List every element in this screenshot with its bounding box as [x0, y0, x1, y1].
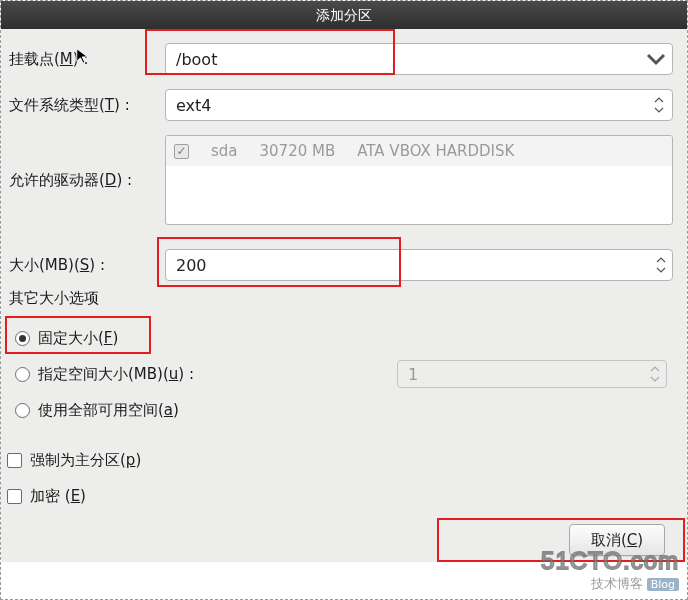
field-mount-point-wrap: /boot	[165, 43, 681, 75]
row-mount-point: 挂载点(M) : /boot	[7, 43, 681, 75]
size-spin[interactable]: 200	[165, 249, 673, 281]
radio-upto-row[interactable]: 指定空间大小(MB)(u) : 1	[15, 356, 675, 392]
upto-value: 1	[408, 365, 644, 384]
chevron-down-icon[interactable]	[646, 49, 666, 69]
mount-point-combo[interactable]: /boot	[165, 43, 673, 75]
row-fs-type: 文件系统类型(T) : ext4	[7, 89, 681, 121]
checkbox-icon[interactable]	[7, 489, 22, 504]
radio-fill-row[interactable]: 使用全部可用空间(a)	[15, 392, 675, 428]
radio-fill-label: 使用全部可用空间(a)	[38, 401, 179, 420]
radio-icon[interactable]	[15, 367, 30, 382]
dialog-content: 挂载点(M) : /boot 文件系统类型(T) : ext4	[1, 29, 687, 562]
mount-point-value: /boot	[176, 50, 646, 69]
radio-fixed-label: 固定大小(F)	[38, 329, 118, 348]
encrypt-label: 加密 (E)	[30, 487, 86, 506]
dialog-buttons: 取消(C)	[7, 514, 681, 556]
group-other-options: 固定大小(F) 指定空间大小(MB)(u) : 1 使用全部可用空间(a)	[7, 314, 681, 434]
drive-size: 30720 MB	[260, 142, 336, 160]
spinner-icon	[648, 365, 662, 384]
window-titlebar: 添加分区	[1, 1, 687, 29]
row-drives: 允许的驱动器(D) : ✓ sda 30720 MB ATA VBOX HARD…	[7, 135, 681, 225]
watermark-line2: 技术博客Blog	[541, 575, 679, 593]
drive-list[interactable]: ✓ sda 30720 MB ATA VBOX HARDDISK	[165, 135, 673, 225]
label-drives: 允许的驱动器(D) :	[7, 171, 165, 190]
checkbox-icon[interactable]	[7, 453, 22, 468]
drive-row[interactable]: ✓ sda 30720 MB ATA VBOX HARDDISK	[166, 136, 672, 166]
spinner-icon[interactable]	[654, 256, 668, 275]
radio-upto-label: 指定空间大小(MB)(u) :	[38, 365, 194, 384]
radio-fixed-row[interactable]: 固定大小(F)	[15, 320, 675, 356]
window-title: 添加分区	[316, 7, 372, 23]
checkbox-icon[interactable]: ✓	[174, 144, 189, 159]
encrypt-row[interactable]: 加密 (E)	[7, 478, 681, 514]
drive-model: ATA VBOX HARDDISK	[357, 142, 514, 160]
radio-icon[interactable]	[15, 331, 30, 346]
field-fs-type-wrap: ext4	[165, 89, 681, 121]
cancel-button[interactable]: 取消(C)	[569, 524, 665, 556]
upto-spin: 1	[397, 360, 667, 388]
force-primary-row[interactable]: 强制为主分区(p)	[7, 442, 681, 478]
drive-name: sda	[211, 142, 238, 160]
label-mount-point: 挂载点(M) :	[7, 50, 165, 69]
field-drives-wrap: ✓ sda 30720 MB ATA VBOX HARDDISK	[165, 135, 681, 225]
radio-icon[interactable]	[15, 403, 30, 418]
fs-type-combo[interactable]: ext4	[165, 89, 673, 121]
row-size: 大小(MB)(S) : 200	[7, 249, 681, 281]
label-size: 大小(MB)(S) :	[7, 256, 165, 275]
size-value: 200	[176, 256, 650, 275]
force-primary-label: 强制为主分区(p)	[30, 451, 141, 470]
label-fs-type: 文件系统类型(T) :	[7, 96, 165, 115]
group-title-other: 其它大小选项	[9, 289, 681, 308]
fs-type-value: ext4	[176, 96, 648, 115]
field-size-wrap: 200	[165, 249, 681, 281]
spinner-icon[interactable]	[652, 96, 666, 115]
